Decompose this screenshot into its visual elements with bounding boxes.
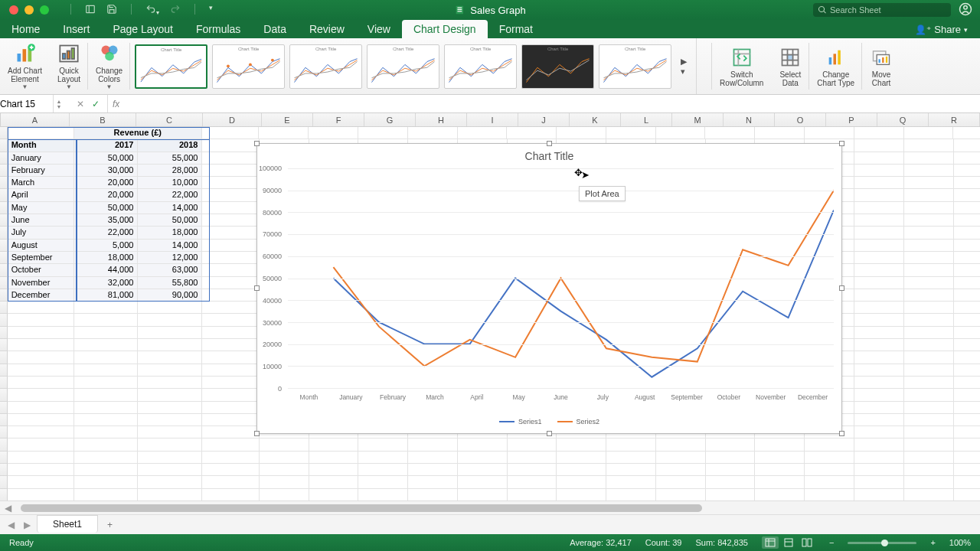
cell[interactable]: December bbox=[8, 289, 74, 302]
cell[interactable] bbox=[954, 289, 980, 302]
cell[interactable]: 81,000 bbox=[74, 289, 139, 302]
cell[interactable]: November bbox=[8, 277, 74, 289]
row-header[interactable] bbox=[0, 127, 8, 139]
cell[interactable] bbox=[458, 439, 508, 451]
cell[interactable] bbox=[260, 489, 309, 500]
cell[interactable] bbox=[904, 240, 954, 252]
horizontal-scrollbar[interactable]: ◀ bbox=[0, 500, 980, 514]
chart-plot-area[interactable] bbox=[288, 168, 834, 389]
cell[interactable] bbox=[954, 214, 980, 227]
cell[interactable]: July bbox=[8, 227, 74, 239]
row-header[interactable] bbox=[0, 139, 8, 152]
cell[interactable] bbox=[904, 314, 954, 326]
cell[interactable] bbox=[954, 152, 980, 165]
cell[interactable] bbox=[74, 302, 139, 314]
share-button[interactable]: 👤⁺Share ▾ bbox=[903, 21, 980, 38]
cell[interactable] bbox=[408, 452, 458, 464]
cell[interactable] bbox=[954, 314, 980, 326]
cell[interactable] bbox=[358, 439, 408, 451]
cell[interactable] bbox=[954, 389, 980, 401]
cell[interactable] bbox=[202, 464, 259, 476]
cell[interactable]: June bbox=[8, 214, 74, 227]
account-icon[interactable] bbox=[959, 2, 972, 18]
cell[interactable] bbox=[854, 189, 904, 201]
cell[interactable] bbox=[805, 489, 854, 500]
cell[interactable] bbox=[954, 377, 980, 389]
cell[interactable] bbox=[8, 464, 74, 476]
cell[interactable] bbox=[854, 227, 904, 239]
cell[interactable] bbox=[904, 177, 954, 189]
cell[interactable] bbox=[202, 439, 259, 451]
cell[interactable] bbox=[854, 302, 904, 314]
row-header[interactable] bbox=[0, 152, 8, 165]
cell[interactable] bbox=[854, 389, 904, 401]
cell[interactable] bbox=[309, 476, 359, 488]
change-colors-button[interactable]: Change Colors ▼ bbox=[88, 38, 130, 94]
cell[interactable]: 20,000 bbox=[74, 189, 139, 201]
save-icon[interactable] bbox=[106, 4, 117, 17]
cell[interactable] bbox=[8, 339, 74, 351]
cell[interactable] bbox=[904, 202, 954, 214]
row-header[interactable] bbox=[0, 214, 8, 227]
cell[interactable] bbox=[458, 476, 508, 488]
cell[interactable] bbox=[358, 127, 408, 139]
cell[interactable] bbox=[202, 339, 259, 351]
cell[interactable] bbox=[8, 302, 74, 314]
cell[interactable] bbox=[854, 152, 904, 165]
cell[interactable] bbox=[954, 327, 980, 339]
cell[interactable] bbox=[854, 277, 904, 289]
cell[interactable]: 22,000 bbox=[138, 189, 202, 201]
cell[interactable] bbox=[904, 152, 954, 165]
cell[interactable] bbox=[138, 439, 202, 451]
cell[interactable] bbox=[202, 240, 259, 252]
cell[interactable] bbox=[507, 127, 557, 139]
cell[interactable]: 90,000 bbox=[138, 289, 202, 302]
cell[interactable] bbox=[904, 377, 954, 389]
cell[interactable] bbox=[805, 452, 854, 464]
cell[interactable]: 30,000 bbox=[74, 165, 139, 177]
row-header[interactable] bbox=[0, 227, 8, 239]
resize-handle[interactable] bbox=[547, 431, 552, 436]
row-header[interactable] bbox=[0, 302, 8, 314]
cell[interactable] bbox=[904, 252, 954, 264]
cell[interactable] bbox=[954, 165, 980, 177]
toggle-panel-icon[interactable] bbox=[85, 4, 96, 17]
zoom-slider[interactable] bbox=[848, 542, 916, 544]
cell[interactable] bbox=[854, 177, 904, 189]
row-header[interactable] bbox=[0, 277, 8, 289]
cell[interactable] bbox=[74, 464, 139, 476]
cell[interactable] bbox=[138, 327, 202, 339]
cell[interactable] bbox=[202, 302, 259, 314]
cell[interactable]: 50,000 bbox=[74, 202, 139, 214]
cell[interactable] bbox=[705, 127, 755, 139]
row-header[interactable] bbox=[0, 351, 8, 364]
cell[interactable] bbox=[954, 302, 980, 314]
cell[interactable]: May bbox=[8, 202, 74, 214]
column-header-M[interactable]: M bbox=[672, 113, 724, 126]
column-header-A[interactable]: A bbox=[1, 113, 70, 126]
cell[interactable] bbox=[138, 351, 202, 364]
cell[interactable] bbox=[138, 452, 202, 464]
cell[interactable]: 50,000 bbox=[138, 214, 202, 227]
scrollbar-thumb[interactable] bbox=[21, 504, 702, 512]
cell[interactable] bbox=[358, 464, 408, 476]
column-header-L[interactable]: L bbox=[621, 113, 672, 126]
cell[interactable] bbox=[202, 426, 259, 439]
chart-style-thumb[interactable]: Chart Title bbox=[599, 44, 671, 89]
cell[interactable] bbox=[854, 414, 904, 426]
cell[interactable] bbox=[74, 476, 139, 488]
chart-object[interactable]: Chart Title 1000009000080000700006000050… bbox=[256, 143, 842, 434]
cell[interactable]: 55,000 bbox=[138, 152, 202, 165]
resize-handle[interactable] bbox=[839, 285, 844, 291]
cell[interactable] bbox=[805, 127, 854, 139]
cell[interactable] bbox=[138, 489, 202, 500]
cell[interactable] bbox=[904, 389, 954, 401]
cell[interactable] bbox=[904, 139, 954, 152]
cell[interactable] bbox=[202, 227, 259, 239]
column-header-R[interactable]: R bbox=[929, 113, 980, 126]
cell[interactable] bbox=[259, 127, 309, 139]
cell[interactable] bbox=[138, 414, 202, 426]
cell[interactable] bbox=[904, 327, 954, 339]
row-header[interactable] bbox=[0, 189, 8, 201]
tab-data[interactable]: Data bbox=[252, 20, 298, 38]
